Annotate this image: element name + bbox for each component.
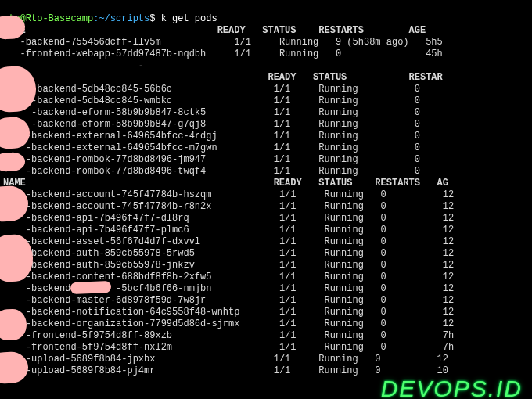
table-row: -backend-rombok-77d8bd8496-jm947 1/1 Run… — [3, 154, 420, 165]
table-row: -upload-5689f8b84-jpxbx 1/1 Running 0 12 — [3, 354, 448, 365]
terminal-output: rto@Rto-Basecamp:~/scripts$ k get pods N… — [0, 0, 532, 379]
table-row: -backend-5db48cc845-wmbkc 1/1 Running 0 — [3, 95, 420, 106]
table-row: -upload-5689f8b84-pj4mr 1/1 Running 0 10 — [3, 365, 448, 376]
table-row: -frontend-5f9754d8ff-89xzb 1/1 Running 0… — [3, 330, 454, 341]
redaction-blob — [70, 281, 111, 294]
table-row: -backend-asset-56f67d4d7f-dxvvl 1/1 Runn… — [3, 236, 454, 247]
table-row: -backend-755456dcff-llv5m 1/1 Running 9 … — [3, 37, 443, 48]
table-row: -backend-master-6d8978f59d-7w8jr 1/1 Run… — [3, 295, 454, 306]
table-row: -backend-eform-58b9b9b847-8ctk5 1/1 Runn… — [3, 107, 420, 118]
col-ready: READY — [217, 25, 246, 36]
col-ready: READY — [274, 178, 302, 189]
col-age: AGE — [409, 25, 426, 36]
col-status: STATUS — [262, 25, 296, 36]
table-row: -backend-api-7b496f47f7-plmc6 1/1 Runnin… — [3, 225, 454, 235]
table-row: -backend-account-745f47784b-hszqm 1/1 Ru… — [3, 189, 454, 200]
table-row: -backend-notification-64c9558f48-wnhtp 1… — [3, 307, 454, 318]
table-row: -backend-account-745f47784b-r8n2x 1/1 Ru… — [3, 201, 454, 212]
table-row: -backend-auth-859cb55978-jnkzv 1/1 Runni… — [3, 260, 454, 271]
redacted-line: - — [3, 60, 448, 71]
table-row: -backend-organization-7799d5d86d-sjrmx 1… — [3, 318, 454, 329]
table-row: -backend-api-7b496f47f7-dl8rq 1/1 Runnin… — [3, 213, 454, 224]
table-row: -backend-external-649654bfcc-m7gwn 1/1 R… — [3, 142, 420, 153]
col-age-short: AG — [437, 178, 448, 189]
col-restarts: RESTARTS — [375, 178, 420, 189]
command[interactable]: k get pods — [161, 13, 217, 24]
col-restarts-short: RESTAR — [409, 72, 443, 83]
prompt-path: :~/scripts — [93, 13, 149, 24]
col-status: STATUS — [318, 178, 352, 189]
table-row: -backend-content-688bdf8f8b-2xfw5 1/1 Ru… — [3, 271, 454, 282]
table-row: -backend-external-649654bfcc-4rdgj 1/1 R… — [3, 131, 420, 142]
col-ready: READY — [268, 72, 296, 83]
table-row: -frontend-5f9754d8ff-nxl2m 1/1 Running 0… — [3, 342, 454, 353]
table-row: -backend-5db48cc845-56b6c 1/1 Running 0 — [3, 84, 420, 95]
col-restarts: RESTARTS — [318, 25, 364, 36]
table-row: -backend-auth-859cb55978-5rwd5 1/1 Runni… — [3, 248, 454, 259]
brand-watermark: DEVOPS.ID — [381, 383, 523, 394]
col-status: STATUS — [313, 72, 347, 83]
table-row: -backend-eform-58b9b9b847-g7qj8 1/1 Runn… — [3, 119, 420, 130]
table-row: -frontend-webapp-57dd97487b-nqdbh 1/1 Ru… — [3, 49, 443, 59]
table-row: -backend-rombok-77d8bd8496-twqf4 1/1 Run… — [3, 166, 420, 177]
